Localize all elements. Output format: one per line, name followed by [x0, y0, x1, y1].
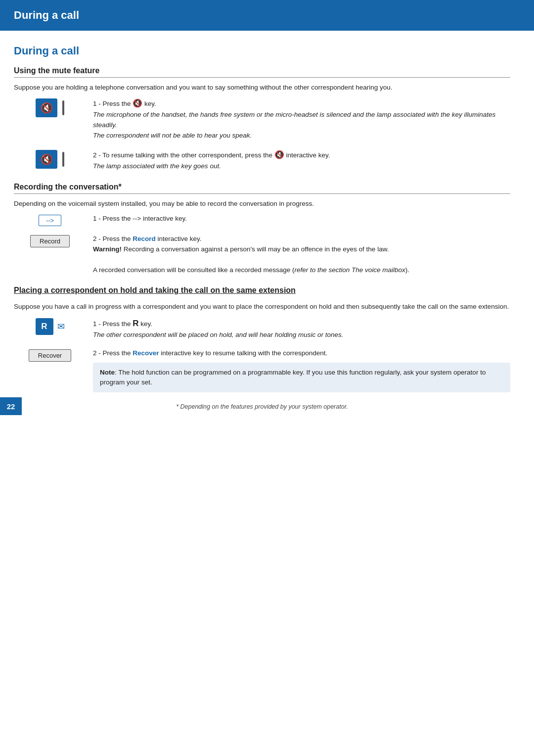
record-step-2: Record 2 - Press the Record interactive …	[14, 234, 510, 276]
arrow-interactive-key[interactable]: -->	[39, 215, 61, 226]
hold-step-2: Recover 2 - Press the Recover interactiv…	[14, 348, 510, 392]
mute-lamp-bar-active	[62, 100, 64, 115]
hold-step-2-text: 2 - Press the Recover interactive key to…	[93, 348, 510, 392]
mute-active-key[interactable]: 🔇	[36, 98, 57, 117]
record-step-1-icon: -->	[14, 214, 93, 226]
record-extra-text: A recorded conversation will be consulte…	[93, 266, 409, 274]
mute-inactive-key[interactable]: 🔇	[36, 150, 57, 169]
r-key-block: R ✉	[36, 318, 65, 335]
hold-step-1-text: 1 - Press the R key. The other correspon…	[93, 317, 510, 340]
record-extra-italic: refer to the section The voice mailbox	[294, 266, 405, 274]
r-key-inline: R	[133, 319, 138, 328]
hold-note-box: Note: The hold function can be programme…	[93, 363, 510, 393]
hold-section: Placing a correspondent on hold and taki…	[14, 286, 510, 392]
mute-step-1-desc2: The correspondent will not be able to he…	[93, 132, 252, 139]
mute-step-2: 🔇 2 - To resume talking with the other c…	[14, 149, 510, 172]
hold-section-heading: Placing a correspondent on hold and taki…	[14, 286, 510, 297]
mute-step-2-icon: 🔇	[14, 149, 93, 169]
record-section-heading: Recording the conversation*	[14, 183, 510, 194]
hold-step-2-icon: Recover	[14, 348, 93, 362]
record-step-1: --> 1 - Press the --> interactive key.	[14, 214, 510, 226]
record-step-2-text: 2 - Press the Record interactive key. Wa…	[93, 234, 510, 276]
hold-intro: Suppose you have a call in progress with…	[14, 302, 510, 312]
main-section-title: During a call	[14, 45, 510, 57]
page-header: During a call	[0, 0, 534, 31]
mute-lamp-bar-inactive	[62, 152, 64, 167]
envelope-icon: ✉	[57, 321, 65, 332]
page-header-title: During a call	[14, 9, 79, 21]
record-intro: Depending on the voicemail system instal…	[14, 199, 510, 209]
mute-inactive-icon-block: 🔇	[36, 150, 64, 169]
hold-step-1-icon: R ✉	[14, 317, 93, 335]
mute-step-1-text: 1 - Press the 🔇 key. The microphone of t…	[93, 97, 510, 141]
hold-step-1-desc: The other correspondent will be placed o…	[93, 331, 344, 338]
mute-step-1-icon: 🔇	[14, 97, 93, 117]
record-step-2-icon: Record	[14, 234, 93, 247]
hold-step-1: R ✉ 1 - Press the R key. The other corre…	[14, 317, 510, 340]
record-step-1-text: 1 - Press the --> interactive key.	[93, 214, 510, 224]
record-key-bold: Record	[133, 235, 156, 242]
record-warning-label: Warning!	[93, 245, 122, 253]
mute-step-2-text: 2 - To resume talking with the other cor…	[93, 149, 510, 172]
mute-section: Using the mute feature Suppose you are h…	[14, 66, 510, 172]
recover-key-bold: Recover	[133, 349, 159, 357]
mute-step-2-desc: The lamp associated with the key goes ou…	[93, 162, 221, 170]
mute-mic-icon-2: 🔇	[41, 153, 53, 165]
recover-interactive-key[interactable]: Recover	[29, 349, 71, 362]
mute-step-1: 🔇 1 - Press the 🔇 key. The microphone of…	[14, 97, 510, 141]
page-number: 22	[0, 397, 22, 415]
r-key-interactive[interactable]: R	[36, 318, 53, 335]
mute-key-symbol-1: 🔇	[133, 99, 142, 107]
record-section: Recording the conversation* Depending on…	[14, 183, 510, 276]
footer-asterisk-note: * Depending on the features provided by …	[14, 403, 510, 415]
mute-mic-icon: 🔇	[41, 102, 53, 114]
hold-note-text: Note: The hold function can be programme…	[100, 369, 486, 386]
mute-step-1-desc1: The microphone of the handset, the hands…	[93, 111, 495, 129]
mute-intro: Suppose you are holding a telephone conv…	[14, 83, 510, 93]
record-interactive-key[interactable]: Record	[30, 235, 70, 247]
main-content: During a call Using the mute feature Sup…	[0, 31, 534, 429]
mute-active-icon-block: 🔇	[36, 98, 64, 117]
mute-key-symbol-2: 🔇	[274, 150, 284, 159]
mute-section-heading: Using the mute feature	[14, 66, 510, 78]
